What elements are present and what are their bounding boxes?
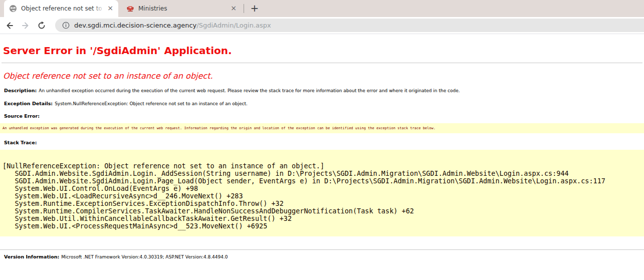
new-tab-button[interactable]: + — [249, 3, 261, 15]
tab-error-page[interactable]: Object reference not set to an in × — [4, 0, 118, 17]
exception-details-line: Exception Details:System.NullReferenceEx… — [4, 101, 642, 106]
title-divider — [2, 63, 642, 63]
tab-ministries[interactable]: Ministries × — [119, 0, 242, 17]
back-button[interactable] — [3, 19, 16, 32]
version-information-text: Microsoft .NET Framework Version:4.0.303… — [61, 254, 228, 259]
close-tab-icon[interactable]: × — [230, 5, 238, 13]
version-information-line: Version Information:Microsoft .NET Frame… — [4, 254, 642, 259]
close-tab-icon[interactable]: × — [106, 5, 114, 13]
reload-button[interactable] — [35, 19, 48, 32]
description-label: Description: — [4, 88, 37, 93]
stack-trace-label: Stack Trace: — [4, 140, 37, 145]
version-information-label: Version Information: — [4, 254, 59, 259]
tab-title: Ministries — [138, 5, 228, 12]
url-text: dev.sgdi.mci.decision-science.agency/Sgd… — [74, 22, 271, 29]
server-error-title: Server Error in '/SgdiAdmin' Application… — [3, 45, 642, 57]
footer-divider — [0, 249, 644, 250]
source-error-box: An unhandled exception was generated dur… — [0, 123, 644, 133]
stack-trace-text: [NullReferenceException: Object referenc… — [0, 150, 644, 236]
tab-separator — [244, 4, 244, 13]
singapore-crest-icon — [126, 5, 134, 13]
url-path: /SgdiAdmin/Login.aspx — [196, 22, 271, 29]
exception-details-text: System.NullReferenceException: Object re… — [55, 101, 248, 106]
url-host: dev.sgdi.mci.decision-science.agency — [74, 22, 196, 29]
tab-title: Object reference not set to an in — [21, 5, 104, 12]
stack-trace-line: Stack Trace: — [4, 140, 642, 145]
info-icon[interactable] — [62, 22, 70, 29]
error-page-content: Server Error in '/SgdiAdmin' Application… — [0, 45, 644, 280]
error-subtitle: Object reference not set to an instance … — [3, 71, 642, 81]
stack-trace-box: [NullReferenceException: Object referenc… — [0, 150, 644, 236]
source-error-line: Source Error: — [4, 113, 642, 119]
description-text: An unhandled exception occurred during t… — [39, 88, 460, 93]
description-line: Description:An unhandled exception occur… — [4, 88, 642, 93]
title-fade — [92, 5, 104, 12]
source-error-label: Source Error: — [4, 113, 40, 119]
globe-icon — [9, 5, 17, 13]
browser-toolbar: dev.sgdi.mci.decision-science.agency/Sgd… — [0, 17, 644, 34]
forward-button[interactable] — [19, 19, 32, 32]
exception-details-label: Exception Details: — [4, 101, 53, 106]
tab-strip: Object reference not set to an in × Mini… — [0, 0, 644, 17]
source-error-text: An unhandled exception was generated dur… — [3, 126, 436, 130]
omnibox-url-bar[interactable]: dev.sgdi.mci.decision-science.agency/Sgd… — [55, 19, 644, 32]
